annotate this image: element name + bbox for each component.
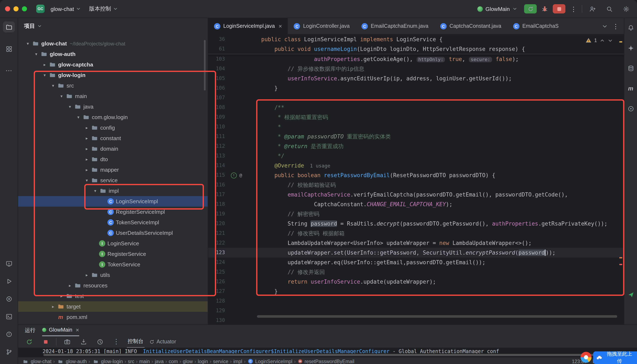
tree-row[interactable]: ▸glow-captcha — [18, 59, 208, 70]
floating-app-icon[interactable] — [580, 352, 591, 363]
chevron-collapsed-icon[interactable]: ▸ — [66, 283, 74, 288]
ai-icon[interactable] — [625, 42, 636, 54]
problems-icon[interactable] — [3, 329, 15, 340]
code-line[interactable]: 116 // 校验邮箱验证码 — [208, 180, 624, 190]
tab-console[interactable]: 控制台 — [127, 336, 144, 348]
git-icon[interactable] — [3, 346, 15, 357]
next-warning-icon[interactable] — [607, 38, 613, 43]
terminal-icon[interactable] — [3, 311, 15, 322]
tree-row[interactable]: mpom.xml — [18, 312, 208, 322]
chevron-collapsed-icon[interactable]: ▸ — [41, 62, 49, 67]
line-number[interactable]: 61 — [208, 44, 227, 54]
tree-row[interactable]: ITokenService — [18, 259, 208, 270]
code-line[interactable]: 105 userInfoService.asyncEditUserIp(ip, … — [208, 74, 624, 83]
tree-row[interactable]: ▸dto — [18, 154, 208, 164]
line-number[interactable]: 104 — [208, 64, 227, 74]
code-line[interactable]: 127 } — [208, 286, 624, 296]
tree-row[interactable]: ▸config — [18, 122, 208, 133]
stripe-mark[interactable] — [619, 257, 622, 258]
tree-row[interactable]: ▾glow-auth — [18, 49, 208, 59]
code-line[interactable]: 121 // 修改密码 根据邮箱 — [208, 228, 624, 238]
chevron-expanded-icon[interactable]: ▾ — [33, 52, 40, 56]
breadcrumb-item[interactable]: mresetPasswordByEmail — [297, 358, 354, 364]
code-line[interactable]: 122 LambdaUpdateWrapper<UserInfo> update… — [208, 238, 624, 248]
tree-row[interactable]: ▾main — [18, 91, 208, 102]
line-number[interactable]: 127 — [208, 286, 227, 296]
tree-row[interactable]: CTokenServiceImpl — [18, 217, 208, 228]
code-line[interactable]: 128 — [208, 296, 624, 306]
code-line[interactable]: 125 // 修改并返回 — [208, 267, 624, 277]
chevron-collapsed-icon[interactable]: ▸ — [83, 157, 91, 162]
code-line[interactable]: 118 CaptchaConstant.CHANGE_EMAIL_CAPTCHA… — [208, 200, 624, 209]
send-icon[interactable] — [625, 289, 636, 300]
tree-row[interactable]: ▸utils — [18, 270, 208, 280]
code-line[interactable]: 109 * 根据邮箱重置密码 — [208, 112, 624, 122]
tree-row[interactable]: CLoginServiceImpl — [18, 196, 208, 206]
line-number[interactable]: 117 — [208, 190, 227, 200]
code-line[interactable]: 129 — [208, 306, 624, 316]
rerun-icon[interactable] — [23, 336, 35, 347]
line-number[interactable]: 103 — [208, 54, 227, 64]
code-line[interactable]: 126 return userInfoService.update(update… — [208, 277, 624, 286]
breadcrumb-item[interactable]: glow-login — [92, 358, 123, 364]
code-line[interactable]: 124 updateWrapper.eq(UserInfo::getEmail,… — [208, 258, 624, 267]
services-icon[interactable] — [3, 258, 15, 269]
project-panel-header[interactable]: 项目 — [18, 18, 208, 34]
code-line[interactable]: 119 // 解密密码 — [208, 209, 624, 219]
breadcrumb-item[interactable]: CLoginServiceImpl — [247, 358, 292, 364]
stop-button[interactable] — [553, 4, 565, 14]
breadcrumb-item[interactable]: java — [155, 359, 164, 364]
tree-row[interactable]: ▸domain — [18, 144, 208, 154]
project-tree-scrollbar[interactable] — [204, 40, 205, 90]
line-number[interactable]: 130 — [208, 316, 227, 324]
line-number[interactable]: 110 — [208, 122, 227, 132]
close-icon[interactable]: × — [279, 23, 282, 30]
code-line[interactable]: 115↑@ public boolean resetPasswordByEmai… — [208, 170, 624, 180]
chevron-collapsed-icon[interactable]: ▸ — [49, 304, 57, 309]
chevron-expanded-icon[interactable]: ▾ — [75, 115, 82, 120]
line-number[interactable]: 119 — [208, 209, 227, 219]
run-icon[interactable] — [3, 276, 15, 286]
chevron-expanded-icon[interactable]: ▾ — [91, 188, 99, 193]
endpoints-icon[interactable] — [625, 103, 636, 114]
editor-tab[interactable]: CCaptchaConstant.java — [434, 18, 507, 34]
notifications-icon[interactable] — [625, 22, 636, 33]
more-actions-icon[interactable]: ⋮ — [570, 6, 578, 12]
line-number[interactable]: 125 — [208, 267, 227, 277]
tree-row[interactable]: CUserDetailsServiceImpl — [18, 228, 208, 238]
hidden-tabs-icon[interactable] — [601, 22, 608, 30]
project-menu[interactable]: glow-chat — [48, 4, 83, 14]
prev-warning-icon[interactable] — [599, 38, 605, 43]
line-number[interactable]: 120 — [208, 219, 227, 228]
run-config-selector[interactable]: GlowMain — [475, 4, 520, 13]
chevron-expanded-icon[interactable]: ▾ — [66, 104, 74, 109]
code-line[interactable]: 61 public void usernameLogin(LoginDto lo… — [208, 44, 624, 54]
tree-row[interactable]: ▸mapper — [18, 164, 208, 175]
line-number[interactable]: 128 — [208, 296, 227, 306]
debug-button[interactable] — [541, 5, 549, 12]
breadcrumb-item[interactable]: glow — [183, 359, 193, 364]
line-number[interactable]: 112 — [208, 142, 227, 151]
code-line[interactable]: 120 String password = RsaUtils.decrypt(p… — [208, 219, 624, 228]
chevron-collapsed-icon[interactable]: ▸ — [83, 273, 91, 277]
kebab-icon[interactable]: ⋮ — [110, 336, 122, 347]
code-line[interactable]: 108 /** — [208, 103, 624, 112]
line-number[interactable]: 106 — [208, 83, 227, 93]
tree-row[interactable]: ▾src — [18, 80, 208, 91]
breadcrumb-item[interactable]: impl — [233, 359, 242, 364]
tree-row[interactable]: ▸constant — [18, 133, 208, 144]
code-line[interactable]: 106 } — [208, 83, 624, 93]
chevron-expanded-icon[interactable]: ▾ — [49, 83, 57, 88]
overriding-method-icon[interactable]: ↑ — [231, 172, 237, 178]
close-icon[interactable]: × — [76, 326, 79, 333]
code-line[interactable]: 123 updateWrapper.set(UserInfo::getPassw… — [208, 248, 624, 258]
inspection-widget[interactable]: 1 — [586, 38, 613, 43]
chevron-expanded-icon[interactable]: ▾ — [41, 73, 49, 78]
chevron-collapsed-icon[interactable]: ▸ — [83, 136, 91, 140]
editor-tab[interactable]: CEmailCaptchaEnum.java — [356, 18, 434, 34]
window-zoom-button[interactable] — [22, 6, 27, 11]
import-icon[interactable] — [78, 336, 89, 347]
line-number[interactable]: 113 — [208, 151, 227, 161]
structure-icon[interactable] — [3, 43, 15, 54]
line-number[interactable]: 111 — [208, 132, 227, 142]
